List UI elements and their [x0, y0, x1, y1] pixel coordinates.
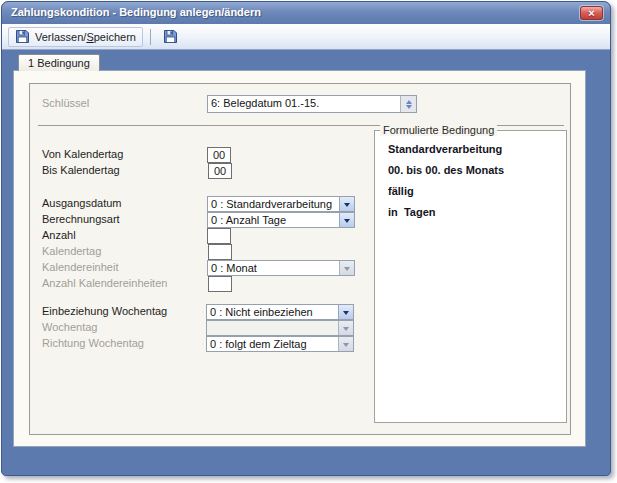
formulated-line: Standardverarbeitung [388, 143, 502, 155]
combo-schluessel[interactable]: 6: Belegdatum 01.-15. [207, 95, 417, 113]
dropdown-arrow-icon[interactable] [339, 197, 354, 211]
dropdown-arrow-icon[interactable] [338, 305, 353, 319]
input-kalendertag[interactable] [208, 244, 232, 260]
label-kalendertag: Kalendertag [42, 244, 101, 259]
input-von-kalendertag[interactable]: 00 [207, 147, 231, 163]
dropdown-arrow-icon [339, 261, 354, 275]
save-button[interactable] [157, 27, 184, 47]
dropdown-arrow-icon [338, 337, 353, 351]
close-button[interactable]: × [580, 6, 603, 20]
combo-richtung-wochentag[interactable]: 0 : folgt dem Zieltag [206, 336, 354, 352]
combo-wochentag[interactable] [206, 320, 354, 336]
formulated-line: fällig [388, 185, 414, 197]
exit-save-label-accel: S [86, 31, 93, 43]
toolbar-separator [150, 29, 151, 45]
close-icon: × [588, 8, 594, 18]
toolbar: Verlassen/Speichern [2, 24, 610, 50]
dialog-window: Zahlungskondition - Bedingung anlegen/än… [1, 1, 611, 476]
save-icon [15, 29, 30, 44]
label-einbeziehung-wochentag: Einbeziehung Wochentag [42, 304, 167, 319]
combo-schluessel-value: 6: Belegdatum 01.-15. [208, 96, 400, 112]
combo-berechnungsart[interactable]: 0 : Anzahl Tage [207, 212, 355, 228]
input-bis-kalendertag[interactable]: 00 [208, 163, 232, 179]
label-anzahl-kalendereinheiten: Anzahl Kalendereinheiten [42, 276, 167, 291]
formulated-line: in Tagen [388, 206, 435, 218]
form-panel: Schlüssel 6: Belegdatum 01.-15. Von Kale… [29, 83, 571, 435]
combo-berechnungsart-value: 0 : Anzahl Tage [208, 213, 339, 227]
label-ausgangsdatum: Ausgangsdatum [42, 196, 122, 211]
label-richtung-wochentag: Richtung Wochentag [42, 336, 144, 351]
window-body: 1 Bedingung Schlüssel 6: Belegdatum 01.-… [2, 50, 611, 476]
exit-save-label-pre: Verlassen/ [35, 31, 86, 43]
formulated-line: 00. bis 00. des Monats [388, 164, 504, 176]
window-title: Zahlungskondition - Bedingung anlegen/än… [11, 6, 261, 18]
spinner-icon[interactable] [400, 96, 416, 112]
input-anzahl-kalendereinheiten[interactable] [208, 276, 232, 292]
label-schluessel: Schlüssel [42, 96, 89, 111]
combo-richtung-wochentag-value: 0 : folgt dem Zieltag [207, 337, 338, 351]
label-wochentag: Wochentag [42, 320, 97, 335]
combo-einbeziehung-wochentag[interactable]: 0 : Nicht einbeziehen [206, 304, 354, 320]
dropdown-arrow-icon [338, 321, 353, 335]
label-anzahl: Anzahl [42, 228, 76, 243]
label-bis-kalendertag: Bis Kalendertag [42, 163, 120, 178]
label-von-kalendertag: Von Kalendertag [42, 147, 123, 162]
title-bar[interactable]: Zahlungskondition - Bedingung anlegen/än… [2, 2, 610, 24]
save-icon [163, 29, 178, 44]
formulated-condition-group: Formulierte Bedingung Standardverarbeitu… [374, 130, 567, 423]
combo-wochentag-value [207, 321, 338, 335]
input-anzahl[interactable] [207, 228, 231, 244]
combo-kalendereinheit-value: 0 : Monat [208, 261, 339, 275]
exit-save-label-post: peichern [94, 31, 136, 43]
formulated-condition-title: Formulierte Bedingung [380, 124, 497, 136]
combo-ausgangsdatum[interactable]: 0 : Standardverarbeitung [207, 196, 355, 212]
combo-kalendereinheit[interactable]: 0 : Monat [207, 260, 355, 276]
exit-save-button[interactable]: Verlassen/Speichern [8, 27, 143, 47]
tab-page: Schlüssel 6: Belegdatum 01.-15. Von Kale… [13, 70, 586, 447]
exit-save-label: Verlassen/Speichern [35, 31, 136, 43]
tab-bedingung[interactable]: 1 Bedingung [18, 54, 100, 71]
label-berechnungsart: Berechnungsart [42, 212, 120, 227]
dropdown-arrow-icon[interactable] [339, 213, 354, 227]
label-kalendereinheit: Kalendereinheit [42, 260, 118, 275]
combo-ausgangsdatum-value: 0 : Standardverarbeitung [208, 197, 339, 211]
combo-einbeziehung-wochentag-value: 0 : Nicht einbeziehen [207, 305, 338, 319]
